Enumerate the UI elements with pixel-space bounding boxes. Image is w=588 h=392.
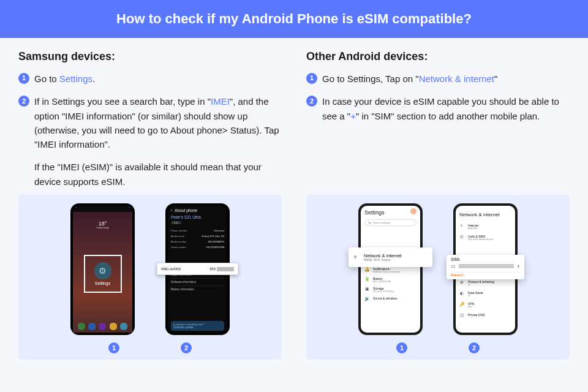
- step-badge: 1: [306, 73, 317, 84]
- weather-widget: 18° Partly cloudy: [96, 221, 108, 229]
- search-icon: 🔍: [368, 221, 371, 224]
- gear-icon: ⚙: [94, 262, 111, 279]
- samsung-step-extra: If the "IMEI (eSIM)" is available it sho…: [18, 160, 282, 189]
- samsung-phone-home: •• 18° Partly cloudy ⚙ Settings: [70, 203, 135, 335]
- redacted-value: [459, 264, 514, 268]
- other-steps: 1 Go to Settings, Tap on "Network & inte…: [306, 72, 570, 123]
- phone-icon: ✆: [459, 235, 464, 239]
- battery-icon: 🔋: [364, 277, 369, 282]
- dock-icon: [88, 323, 96, 330]
- samsung-column: Samsung devices: 1 Go to Settings. 2 If …: [18, 50, 282, 189]
- dock-icon: [110, 323, 117, 330]
- dock-icon: [120, 323, 127, 330]
- other-step-2: 2 In case your device is eSIM capable yo…: [306, 94, 570, 123]
- avatar-icon: [410, 208, 417, 214]
- settings-link[interactable]: Settings: [59, 74, 92, 84]
- notifications-icon: 🔔: [364, 267, 369, 272]
- badge-1: 1: [396, 342, 407, 353]
- sound-icon: 🔊: [364, 296, 369, 301]
- datasaver-icon: ◐: [459, 291, 464, 296]
- sims-callout: SIMs ▭ + RedteaGO: [447, 255, 524, 279]
- redacted-value: [217, 267, 234, 271]
- settings-title: Settings: [364, 209, 417, 216]
- about-footer: Looking for something else? Software upd…: [171, 321, 224, 331]
- network-internet-callout: ᯤ Network & internet Mobile, Wi-Fi, hots…: [349, 247, 432, 267]
- imei-label: IMEI (eSIM): [161, 267, 181, 271]
- sim-icon: ▭: [451, 263, 456, 269]
- dns-icon: ⌬: [459, 313, 464, 318]
- android-phone-network: Network & internet ᯤInternetAndroidWifi …: [453, 203, 518, 335]
- wifi-icon: ᯤ: [459, 224, 464, 228]
- other-screenshots: Settings 🔍 Search settings ▦AppsAssistan…: [306, 195, 570, 360]
- samsung-steps: 1 Go to Settings. 2 If in Settings you s…: [18, 72, 282, 151]
- network-internet-link[interactable]: Network & internet: [419, 74, 494, 84]
- network-title: Network & internet: [459, 212, 511, 217]
- screenshots-row: •• 18° Partly cloudy ⚙ Settings: [0, 195, 588, 360]
- dock: [73, 323, 132, 330]
- imei-link[interactable]: IMEI: [211, 96, 230, 107]
- edit-button: Edit: [171, 221, 181, 224]
- step-badge: 2: [18, 96, 29, 107]
- samsung-badges: 1 2: [108, 342, 192, 353]
- instructions-row: Samsung devices: 1 Go to Settings. 2 If …: [0, 38, 588, 195]
- samsung-step-2: 2 If in Settings you see a search bar, t…: [18, 94, 282, 151]
- android-phone-settings: Settings 🔍 Search settings ▦AppsAssistan…: [358, 203, 423, 335]
- samsung-screenshots: •• 18° Partly cloudy ⚙ Settings: [18, 195, 282, 360]
- back-icon: ‹: [171, 208, 172, 213]
- settings-label: Settings: [95, 281, 110, 285]
- info-rows: Phone numberUnknown Model nameGalaxy S21…: [171, 228, 224, 250]
- hotspot-icon: ⊚: [459, 280, 464, 285]
- search-pill: 🔍 Search settings: [364, 219, 417, 226]
- sims-heading: SIMs: [451, 257, 520, 262]
- sim-line: RedteaGO: [451, 272, 520, 277]
- storage-icon: ▣: [364, 287, 369, 292]
- badge-2: 2: [469, 342, 480, 353]
- about-header: About phone: [175, 208, 197, 213]
- other-badges: 1 2: [396, 342, 480, 353]
- step-badge: 2: [306, 96, 317, 107]
- samsung-step-1: 1 Go to Settings.: [18, 72, 282, 86]
- badge-2: 2: [181, 342, 192, 353]
- plus-icon: +: [517, 263, 520, 270]
- step-badge: 1: [18, 73, 29, 84]
- imei-esim-callout: IMEI (eSIM) 355: [157, 263, 238, 275]
- wifi-icon: ᯤ: [353, 254, 359, 260]
- plus-link[interactable]: +: [350, 111, 356, 121]
- other-step-1: 1 Go to Settings, Tap on "Network & inte…: [306, 72, 570, 86]
- other-heading: Other Android devices:: [306, 50, 570, 63]
- other-column: Other Android devices: 1 Go to Settings,…: [306, 50, 570, 189]
- samsung-phone-about: ‹ About phone Peter's S21 Ultra Edit Pho…: [165, 203, 230, 335]
- page-header: How to check if my Android Phone is eSIM…: [0, 0, 588, 38]
- settings-app-highlight: ⚙ Settings: [84, 255, 122, 293]
- vpn-icon: 🔑: [459, 302, 464, 307]
- samsung-heading: Samsung devices:: [18, 50, 282, 63]
- badge-1: 1: [108, 342, 119, 353]
- dock-icon: [78, 323, 85, 330]
- device-name: Peter's S21 Ultra: [171, 215, 224, 219]
- dock-icon: [99, 323, 106, 330]
- page-title: How to check if my Android Phone is eSIM…: [116, 11, 472, 26]
